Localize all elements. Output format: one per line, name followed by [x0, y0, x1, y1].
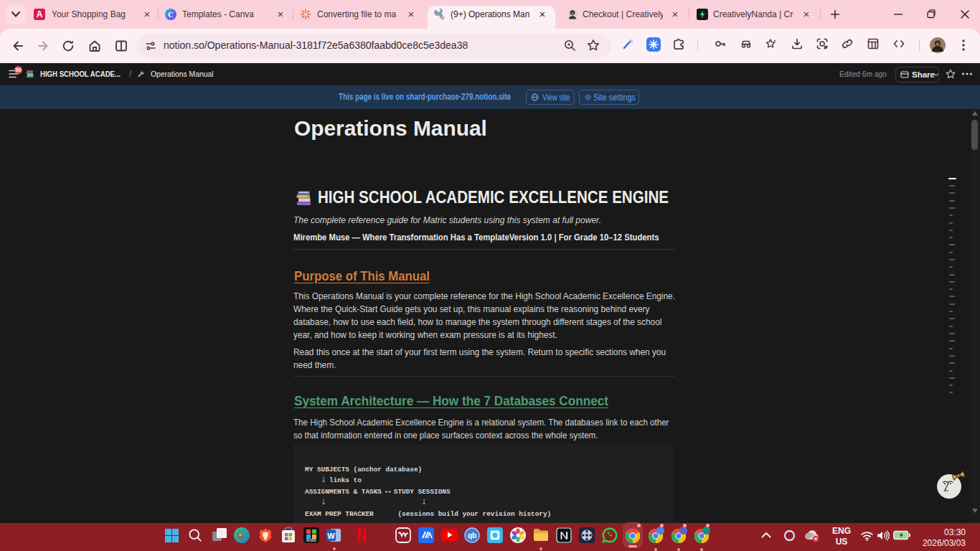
svg-text:M365: M365	[306, 538, 316, 542]
svg-text:qb: qb	[468, 532, 476, 540]
svg-text:C: C	[168, 10, 174, 19]
svg-text:W: W	[327, 532, 335, 540]
